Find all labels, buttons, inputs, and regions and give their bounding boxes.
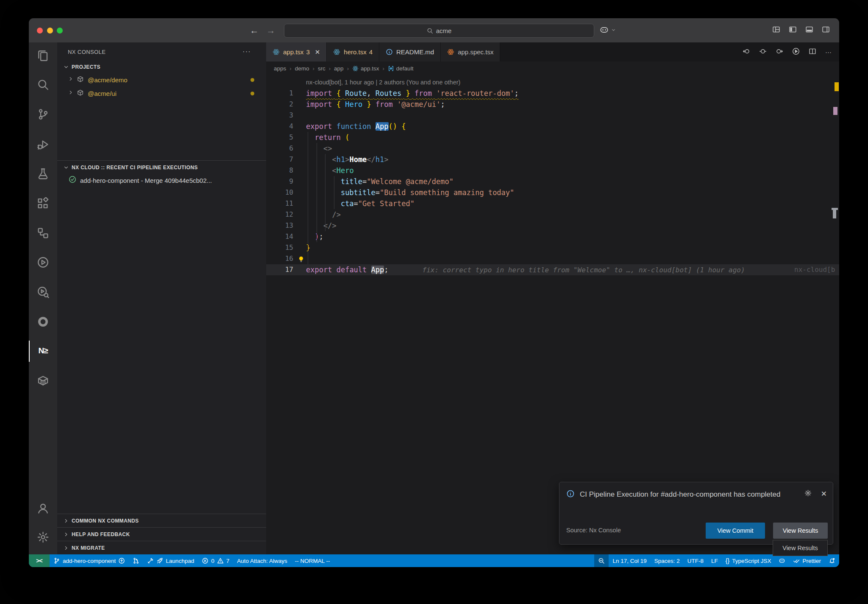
code-line-10[interactable]: 10 subtitle="Build something amazing tod… — [266, 187, 839, 198]
copilot-menu[interactable] — [599, 25, 616, 35]
status-formatter[interactable]: Prettier — [789, 554, 825, 567]
breadcrumb-separator: › — [347, 65, 349, 72]
breadcrumb-item[interactable]: demo — [295, 65, 309, 72]
code-line-11[interactable]: 11 cta="Get Started" — [266, 198, 839, 209]
status-indentation[interactable]: Spaces: 2 — [651, 554, 684, 567]
code-line-3[interactable]: 3 — [266, 110, 839, 121]
tab-README-md[interactable]: README.md — [379, 42, 441, 62]
section-nx-cloud[interactable]: NX CLOUD :: RECENT CI PIPELINE EXECUTION… — [57, 162, 266, 173]
breadcrumb-item[interactable]: apps — [274, 65, 286, 72]
more-actions-icon[interactable]: ··· — [825, 48, 832, 56]
project-item[interactable]: @acme/demo — [57, 73, 266, 87]
inline-blame: fix: correct typo in hero title from "We… — [423, 266, 745, 274]
code-line-7[interactable]: 7 <h1>Home</h1> — [266, 154, 839, 165]
section-common-nx-commands[interactable]: COMMON NX COMMANDS — [57, 514, 266, 527]
section-projects[interactable]: PROJECTS — [57, 61, 266, 73]
code-line-14[interactable]: 14 ); — [266, 231, 839, 242]
notification-close-icon[interactable]: ✕ — [821, 489, 827, 498]
activity-item-run-debug[interactable] — [29, 132, 57, 156]
status-eol[interactable]: LF — [707, 554, 722, 567]
tab-app-tsx[interactable]: app.tsx3✕ — [266, 42, 327, 62]
view-results-button[interactable]: View Results — [773, 523, 828, 539]
activity-item-explorer[interactable] — [29, 44, 57, 67]
activity-item-nx-console[interactable]: N≥ — [29, 339, 57, 363]
traffic-light-maximize[interactable] — [57, 28, 63, 34]
activity-item-testing[interactable] — [29, 162, 57, 185]
command-center-search[interactable]: acme — [284, 24, 594, 38]
chevron-right-icon — [63, 518, 69, 524]
nav-circle-icon[interactable] — [759, 48, 767, 57]
status-auto-attach[interactable]: Auto Attach: Always — [233, 554, 291, 567]
toggle-secondary-sidebar-icon[interactable] — [822, 25, 830, 35]
status-vim-mode[interactable]: -- NORMAL -- — [291, 554, 334, 567]
activity-item-source-control[interactable] — [29, 102, 57, 126]
nav-back-circle-icon[interactable] — [743, 48, 750, 57]
code-line-5[interactable]: 5 return ( — [266, 132, 839, 143]
status-encoding[interactable]: UTF-8 — [684, 554, 707, 567]
react-blue-icon — [333, 48, 340, 56]
code-line-2[interactable]: 2import { Hero } from '@acme/ui'; — [266, 99, 839, 110]
check-all-icon — [793, 557, 800, 564]
line-number: 16 — [266, 253, 293, 264]
code-line-1[interactable]: 1import { Route, Routes } from 'react-ro… — [266, 88, 839, 99]
traffic-light-minimize[interactable] — [47, 28, 53, 34]
tab-hero-tsx[interactable]: hero.tsx4 — [327, 42, 379, 62]
status-cursor-position[interactable]: Ln 17, Col 19 — [609, 554, 650, 567]
activity-item-runner[interactable] — [29, 250, 57, 274]
activity-item-project-graph[interactable] — [29, 221, 57, 245]
tab-close-icon[interactable]: ✕ — [315, 48, 320, 56]
status-launchpad[interactable]: Launchpad — [143, 554, 198, 567]
tab-label: app.tsx — [283, 48, 303, 56]
status-pull-request[interactable] — [129, 554, 143, 567]
status-problems[interactable]: 07 — [198, 554, 233, 567]
activity-item-containers[interactable] — [29, 369, 57, 392]
code-line-8[interactable]: 8 <Hero — [266, 165, 839, 176]
activity-item-settings[interactable] — [29, 525, 57, 549]
breadcrumb-item[interactable]: src — [318, 65, 326, 72]
activity-item-accounts[interactable] — [29, 496, 57, 520]
bell-dot-icon — [829, 557, 835, 564]
search-icon — [37, 78, 49, 91]
status-zoom-control[interactable] — [594, 554, 609, 567]
toggle-panel-icon[interactable] — [805, 25, 813, 35]
nav-forward-icon[interactable]: → — [265, 25, 277, 36]
ruler-mark-info — [833, 107, 837, 115]
section-help-and-feedback[interactable]: HELP AND FEEDBACK — [57, 527, 266, 541]
activity-item-run-inspect[interactable] — [29, 280, 57, 304]
code-line-4[interactable]: 4export function App() { — [266, 121, 839, 132]
breadcrumb-item[interactable]: default — [396, 65, 414, 72]
view-commit-button[interactable]: View Commit — [706, 523, 765, 539]
status-language-mode[interactable]: {}TypeScript JSX — [722, 554, 775, 567]
breadcrumb[interactable]: apps›demo›src›app›app.tsx›default — [266, 62, 839, 76]
breadcrumb-item[interactable]: app.tsx — [361, 65, 379, 72]
customize-layout-icon[interactable] — [772, 25, 780, 35]
notification-settings-icon[interactable] — [804, 489, 812, 498]
status-git-branch[interactable]: add-hero-component — [50, 554, 129, 567]
status-remote-indicator[interactable]: >< — [29, 554, 50, 567]
nav-forward-circle-icon[interactable] — [776, 48, 783, 57]
split-editor-icon[interactable] — [809, 48, 816, 57]
traffic-light-close[interactable] — [37, 28, 43, 34]
toggle-sidebar-icon[interactable] — [789, 25, 797, 35]
activity-item-extensions[interactable] — [29, 191, 57, 215]
project-item[interactable]: @acme/ui — [57, 87, 266, 100]
section-nx-migrate[interactable]: NX MIGRATE — [57, 541, 266, 554]
breadcrumb-item[interactable]: app — [334, 65, 344, 72]
activity-item-edge-browser[interactable] — [29, 310, 57, 333]
code-line-9[interactable]: 9 title="Welcome @acme/demo" — [266, 176, 839, 187]
status-notifications-bell[interactable] — [825, 554, 839, 567]
code-line-17[interactable]: 17export default App;fix: correct typo i… — [266, 264, 839, 275]
react-blue-icon — [273, 48, 280, 56]
code-line-13[interactable]: 13 </> — [266, 220, 839, 231]
code-line-12[interactable]: 12 /> — [266, 209, 839, 220]
nav-back-icon[interactable]: ← — [248, 25, 260, 36]
code-line-16[interactable]: 16 — [266, 253, 839, 264]
code-line-15[interactable]: 15} — [266, 242, 839, 253]
activity-item-search[interactable] — [29, 73, 57, 96]
code-line-6[interactable]: 6 <> — [266, 143, 839, 154]
sidebar-more-actions-icon[interactable]: ··· — [242, 48, 251, 56]
status-copilot-status[interactable] — [775, 554, 789, 567]
pipeline-execution-item[interactable]: add-hero-component - Merge 409b44e5cb02.… — [57, 173, 266, 187]
tab-app-spec-tsx[interactable]: app.spec.tsx — [441, 42, 500, 62]
play-ring-icon[interactable] — [792, 48, 800, 57]
